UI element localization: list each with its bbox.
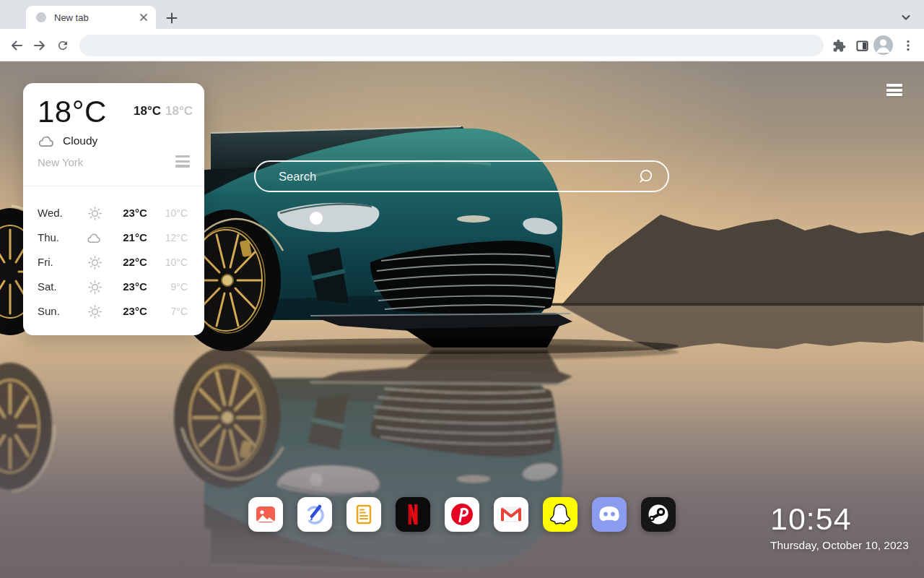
discord-icon xyxy=(592,497,627,532)
search-input[interactable] xyxy=(277,169,637,184)
cloud-icon xyxy=(38,134,56,147)
new-tab-page: 18°C 18°C 18°C Cloudy New York Wed. 23°C… xyxy=(0,61,924,578)
notes-icon xyxy=(346,497,381,532)
side-panel-icon[interactable] xyxy=(853,36,871,55)
forecast-row: Fri. 22°C 10°C xyxy=(23,250,204,275)
dock-icon-gmail[interactable] xyxy=(494,497,528,532)
sun-icon xyxy=(86,254,103,270)
search-bar[interactable] xyxy=(254,160,669,192)
forecast-row: Wed. 23°C 10°C xyxy=(23,201,204,225)
dock-icon-pinterest[interactable] xyxy=(445,497,479,532)
page-menu-icon[interactable] xyxy=(886,84,902,98)
clock-date: Thursday, October 10, 2023 xyxy=(770,539,909,552)
sun-icon xyxy=(86,279,103,295)
current-temperature: 18°C xyxy=(38,95,107,129)
editor-icon xyxy=(297,497,332,532)
dock-icon-snapchat[interactable] xyxy=(543,497,578,532)
search-icon[interactable] xyxy=(637,168,653,184)
tab-strip: New tab xyxy=(0,0,924,29)
address-bar[interactable] xyxy=(79,35,824,56)
weather-condition: Cloudy xyxy=(63,134,97,147)
forecast-list: Wed. 23°C 10°C Thu. 21°C 12°C Fri. 22°C … xyxy=(23,201,204,324)
clock-time: 10:54 xyxy=(770,502,909,535)
dock-icon-discord[interactable] xyxy=(592,497,627,532)
profile-avatar[interactable] xyxy=(873,35,893,55)
dock-icon-netflix[interactable] xyxy=(396,497,430,532)
browser-toolbar xyxy=(0,29,924,61)
clock-widget: 10:54 Thursday, October 10, 2023 xyxy=(770,502,909,552)
cloud-icon xyxy=(86,230,103,246)
dock-icon-wallpaper[interactable] xyxy=(248,497,283,532)
dock-icon-editor[interactable] xyxy=(297,497,332,532)
dock-icon-notes[interactable] xyxy=(346,497,381,532)
browser-tab[interactable]: New tab xyxy=(26,6,156,29)
tab-close-icon[interactable] xyxy=(137,11,150,24)
divider xyxy=(23,186,204,186)
sun-icon xyxy=(86,205,103,221)
extensions-icon[interactable] xyxy=(829,36,848,55)
pinterest-icon xyxy=(445,497,479,532)
netflix-icon xyxy=(396,497,430,532)
today-low-temp: 18°C xyxy=(165,104,193,118)
tab-favicon-icon xyxy=(36,12,46,22)
steam-icon xyxy=(641,497,676,532)
tab-search-chevron-icon[interactable] xyxy=(899,11,912,24)
address-input[interactable] xyxy=(90,40,814,52)
shortcut-dock xyxy=(248,497,676,532)
weather-city: New York xyxy=(38,156,83,168)
snapchat-icon xyxy=(543,497,578,532)
browser-menu-kebab-icon[interactable] xyxy=(899,36,918,55)
forecast-row: Sun. 23°C 7°C xyxy=(23,299,204,324)
browser-window: New tab xyxy=(0,0,924,578)
wallpaper-icon xyxy=(248,497,283,532)
back-button[interactable] xyxy=(7,36,26,55)
forecast-row: Sat. 23°C 9°C xyxy=(23,275,204,299)
sun-icon xyxy=(86,303,103,319)
new-tab-button[interactable] xyxy=(165,11,179,25)
dock-icon-steam[interactable] xyxy=(641,497,676,532)
gmail-icon xyxy=(494,497,528,532)
forward-button[interactable] xyxy=(30,36,49,55)
tab-title: New tab xyxy=(54,12,137,23)
weather-menu-icon[interactable] xyxy=(175,155,190,170)
today-high-temp: 18°C xyxy=(134,104,161,118)
forecast-row: Thu. 21°C 12°C xyxy=(23,225,204,250)
reload-button[interactable] xyxy=(53,36,72,55)
weather-widget: 18°C 18°C 18°C Cloudy New York Wed. 23°C… xyxy=(23,83,204,335)
